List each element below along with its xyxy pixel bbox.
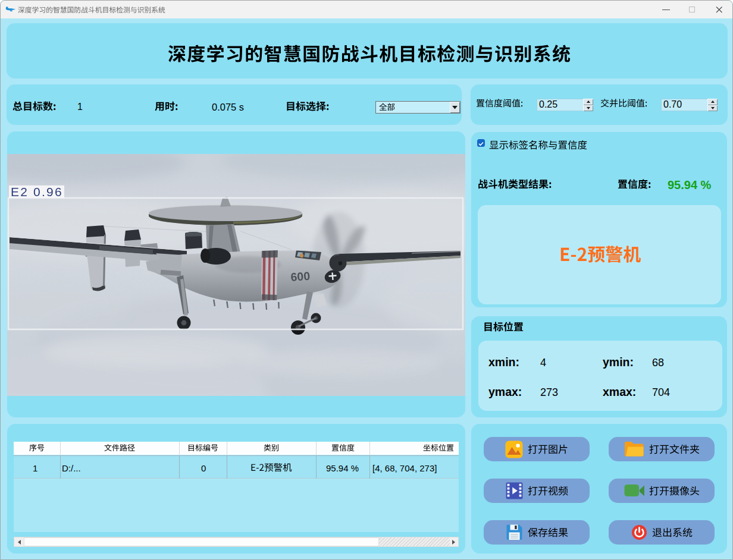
svg-text:E2 0.96: E2 0.96: [11, 185, 63, 199]
